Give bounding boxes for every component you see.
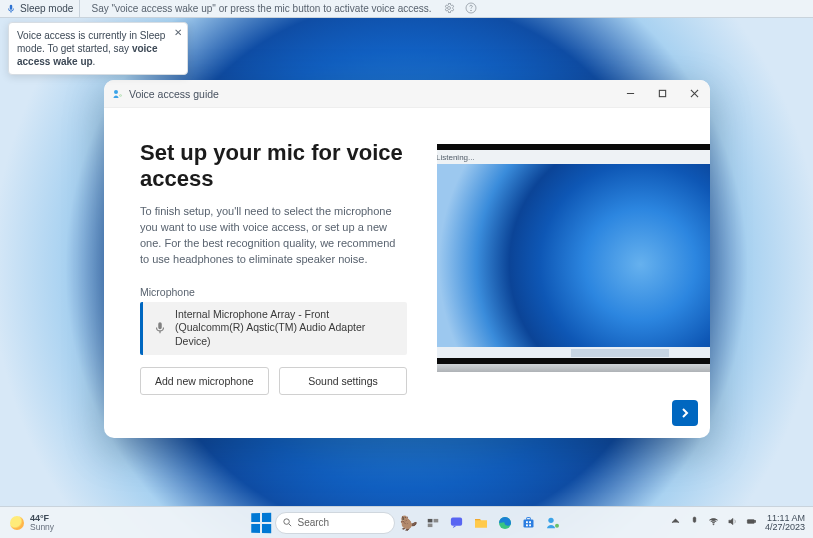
mic-toggle[interactable]: Sleep mode xyxy=(0,0,80,17)
voice-access-guide-window: Voice access guide Set up your mic for v… xyxy=(104,80,710,438)
voice-access-mode: Sleep mode xyxy=(20,3,73,14)
sun-icon xyxy=(10,516,24,530)
svg-rect-22 xyxy=(755,521,756,523)
svg-rect-7 xyxy=(427,518,432,522)
close-button[interactable] xyxy=(678,80,710,108)
minimize-button[interactable] xyxy=(614,80,646,108)
svg-rect-12 xyxy=(524,519,534,527)
svg-rect-23 xyxy=(748,521,753,523)
store-icon[interactable] xyxy=(519,513,539,533)
page-heading: Set up your mic for voice access xyxy=(140,140,407,192)
taskbar-app-1[interactable]: 🦫 xyxy=(399,513,419,533)
mic-icon xyxy=(6,4,16,14)
svg-rect-17 xyxy=(529,524,531,526)
edge-icon[interactable] xyxy=(495,513,515,533)
svg-point-18 xyxy=(548,517,553,522)
svg-rect-9 xyxy=(427,523,432,527)
weather-widget[interactable]: 44°F Sunny xyxy=(0,514,54,532)
battery-icon[interactable] xyxy=(746,516,757,529)
window-title: Voice access guide xyxy=(129,88,219,100)
microphone-label: Microphone xyxy=(140,286,407,298)
svg-rect-15 xyxy=(529,521,531,523)
mic-icon xyxy=(153,321,167,335)
close-icon[interactable]: ✕ xyxy=(174,26,182,39)
svg-rect-13 xyxy=(527,518,531,521)
voice-access-tooltip: ✕ Voice access is currently in Sleep mod… xyxy=(8,22,188,75)
microphone-selection[interactable]: Internal Microphone Array - Front (Qualc… xyxy=(140,302,407,355)
settings-icon[interactable] xyxy=(443,2,455,16)
app-icon xyxy=(112,88,124,100)
wifi-icon[interactable] xyxy=(708,516,719,529)
weather-cond: Sunny xyxy=(30,523,54,532)
svg-rect-10 xyxy=(451,518,462,526)
svg-point-6 xyxy=(283,519,289,525)
svg-rect-8 xyxy=(433,518,438,522)
explorer-icon[interactable] xyxy=(471,513,491,533)
svg-point-0 xyxy=(447,6,450,9)
speaker-icon[interactable] xyxy=(727,516,738,529)
chat-icon[interactable] xyxy=(447,513,467,533)
start-button[interactable] xyxy=(251,512,271,532)
voice-access-bar: Sleep mode Say "voice access wake up" or… xyxy=(0,0,813,18)
maximize-button[interactable] xyxy=(646,80,678,108)
search-box[interactable]: Search xyxy=(275,512,395,534)
add-microphone-button[interactable]: Add new microphone xyxy=(140,367,269,395)
svg-rect-14 xyxy=(526,521,528,523)
help-icon[interactable] xyxy=(465,2,477,16)
microphone-name: Internal Microphone Array - Front (Qualc… xyxy=(175,308,397,349)
svg-rect-16 xyxy=(526,524,528,526)
svg-rect-5 xyxy=(659,90,665,96)
laptop-illustration: Listening... xyxy=(437,144,710,372)
taskbar: 44°F Sunny Search 🦫 11:11 AM 4/27/2023 xyxy=(0,506,813,538)
mic-tray-icon[interactable] xyxy=(689,516,700,529)
search-icon xyxy=(282,517,293,528)
titlebar: Voice access guide xyxy=(104,80,710,108)
voice-access-icon[interactable] xyxy=(543,513,563,533)
svg-point-2 xyxy=(470,10,471,11)
listening-indicator: Listening... xyxy=(437,150,710,164)
svg-point-19 xyxy=(555,523,559,527)
clock[interactable]: 11:11 AM 4/27/2023 xyxy=(765,514,805,532)
page-description: To finish setup, you'll need to select t… xyxy=(140,204,407,268)
sound-settings-button[interactable]: Sound settings xyxy=(279,367,408,395)
next-button[interactable] xyxy=(672,400,698,426)
voice-access-hint: Say "voice access wake up" or press the … xyxy=(80,3,442,14)
svg-point-3 xyxy=(114,90,118,94)
svg-point-20 xyxy=(713,524,714,525)
task-view-icon[interactable] xyxy=(423,513,443,533)
chevron-up-icon[interactable] xyxy=(670,516,681,529)
